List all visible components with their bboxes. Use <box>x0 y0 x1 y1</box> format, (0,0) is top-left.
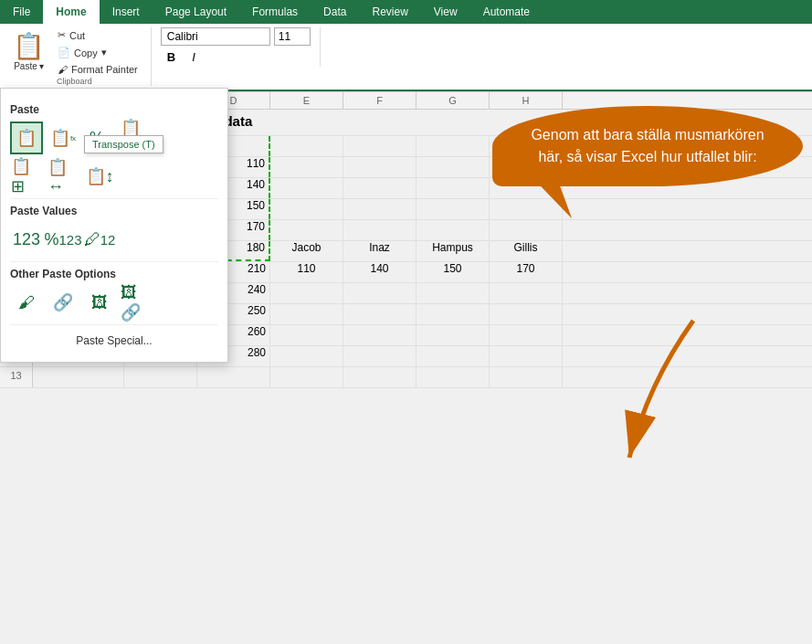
cell-inaz[interactable]: Inaz <box>343 241 417 261</box>
speech-bubble-text: Genom att bara ställa musmarkören här, s… <box>531 127 764 164</box>
cell[interactable] <box>417 367 490 387</box>
ribbon-content-area: 📋 Paste ▾ ✂ Cut 📄 Copy ▾ <box>0 24 812 91</box>
cell[interactable]: 110 <box>270 262 343 282</box>
cut-icon: ✂ <box>58 29 66 41</box>
cell[interactable] <box>270 157 343 177</box>
cell-jacob[interactable]: Jacob <box>270 241 343 261</box>
cell[interactable]: 170 <box>490 262 563 282</box>
col-header-f: F <box>343 92 417 109</box>
tab-automate[interactable]: Automate <box>470 0 543 24</box>
cell[interactable] <box>490 283 563 303</box>
cell[interactable] <box>343 178 417 198</box>
cell[interactable]: 150 <box>417 262 490 282</box>
cell[interactable] <box>417 304 490 324</box>
tab-data[interactable]: Data <box>311 0 359 24</box>
paste-icon: 📋 <box>13 31 45 61</box>
font-name-input[interactable] <box>161 27 270 46</box>
row-number: 13 <box>0 367 33 387</box>
col-header-g: G <box>417 92 490 109</box>
paste-icons-row-4: 🖌 🔗 🖼 🖼🔗 <box>10 286 218 319</box>
paste-label: Paste <box>14 61 37 71</box>
speech-bubble: Genom att bara ställa musmarkören här, s… <box>492 106 803 186</box>
cell[interactable] <box>343 304 417 324</box>
cell[interactable] <box>417 325 490 345</box>
paste-linked-picture[interactable]: 🖼🔗 <box>120 286 153 319</box>
ribbon: File Home Insert Page Layout Formulas Da… <box>0 0 812 92</box>
cell[interactable] <box>270 283 343 303</box>
cell-gillis[interactable]: Gillis <box>490 241 563 261</box>
paste-section-title: Paste <box>10 103 218 116</box>
cell[interactable] <box>417 220 490 240</box>
cell[interactable] <box>270 178 343 198</box>
paste-paste-link[interactable]: 🔗 <box>47 286 79 319</box>
paste-option-default[interactable]: 📋 <box>10 121 43 154</box>
cell[interactable] <box>343 199 417 219</box>
cell[interactable]: 140 <box>343 262 417 282</box>
tab-insert[interactable]: Insert <box>100 0 153 24</box>
copy-dropdown-arrow[interactable]: ▾ <box>101 47 107 58</box>
tab-home[interactable]: Home <box>43 0 99 24</box>
format-painter-icon: 🖌 <box>58 64 68 75</box>
paste-values-source[interactable]: 🖊12 <box>83 223 116 256</box>
paste-option-no-borders[interactable]: 📋⊞ <box>10 160 43 193</box>
font-size-input[interactable] <box>274 27 311 46</box>
cell[interactable] <box>270 199 343 219</box>
cell[interactable] <box>270 220 343 240</box>
bold-button[interactable]: B <box>161 48 182 67</box>
transpose-tooltip: Transpose (T) <box>84 135 163 153</box>
cut-button[interactable]: ✂ Cut <box>54 27 142 43</box>
cell[interactable] <box>343 136 417 156</box>
cell[interactable] <box>343 325 417 345</box>
paste-values-only[interactable]: 123 <box>10 223 43 256</box>
cell[interactable] <box>343 283 417 303</box>
cell[interactable] <box>417 178 490 198</box>
paste-option-transpose[interactable]: 📋↕ Transpose (T) <box>83 160 116 193</box>
orange-arrow-icon <box>575 311 721 476</box>
cell[interactable] <box>490 325 563 345</box>
tab-review[interactable]: Review <box>359 0 420 24</box>
cell-hampus[interactable]: Hampus <box>417 241 490 261</box>
cell[interactable] <box>490 346 563 366</box>
cell[interactable] <box>417 283 490 303</box>
cell[interactable] <box>490 220 563 240</box>
cell[interactable] <box>197 367 270 387</box>
cell[interactable] <box>270 136 343 156</box>
copy-button[interactable]: 📄 Copy ▾ <box>54 45 142 60</box>
paste-icons-row-2: 📋⊞ 📋↔ 📋↕ Transpose (T) <box>10 160 218 193</box>
paste-button[interactable]: 📋 Paste ▾ <box>7 27 50 75</box>
italic-button[interactable]: I <box>185 48 202 67</box>
paste-values-number[interactable]: %123 <box>47 223 79 256</box>
clipboard-group: 📋 Paste ▾ ✂ Cut 📄 Copy ▾ <box>7 27 152 86</box>
paste-special-button[interactable]: Paste Special... <box>10 329 218 353</box>
tab-formulas[interactable]: Formulas <box>239 0 311 24</box>
paste-icons-row-3: 123 %123 🖊12 <box>10 223 218 256</box>
cell[interactable] <box>343 220 417 240</box>
cell[interactable] <box>417 199 490 219</box>
cell[interactable] <box>343 157 417 177</box>
cell[interactable] <box>343 367 417 387</box>
cell[interactable] <box>490 304 563 324</box>
paste-option-formula[interactable]: 📋fx <box>47 121 79 154</box>
paste-option-keep-width[interactable]: 📋↔ <box>47 160 79 193</box>
cell[interactable] <box>417 136 490 156</box>
cell[interactable] <box>343 346 417 366</box>
cell[interactable] <box>417 346 490 366</box>
cell[interactable] <box>490 367 563 387</box>
paste-picture[interactable]: 🖼 <box>83 286 116 319</box>
format-painter-button[interactable]: 🖌 Format Painter <box>54 62 142 77</box>
paste-values-title: Paste Values <box>10 205 218 217</box>
cell[interactable] <box>417 157 490 177</box>
cell[interactable] <box>270 367 343 387</box>
tab-file[interactable]: File <box>0 0 43 24</box>
cell[interactable] <box>270 304 343 324</box>
paste-dropdown-arrow[interactable]: ▾ <box>39 61 44 71</box>
tab-view[interactable]: View <box>421 0 470 24</box>
cell[interactable] <box>33 367 124 387</box>
cell[interactable] <box>124 367 197 387</box>
col-header-e: E <box>270 92 343 109</box>
cell[interactable] <box>270 325 343 345</box>
paste-formatting[interactable]: 🖌 <box>10 286 43 319</box>
cell[interactable] <box>270 346 343 366</box>
tab-page-layout[interactable]: Page Layout <box>153 0 239 24</box>
clipboard-group-label: Clipboard <box>7 77 142 86</box>
